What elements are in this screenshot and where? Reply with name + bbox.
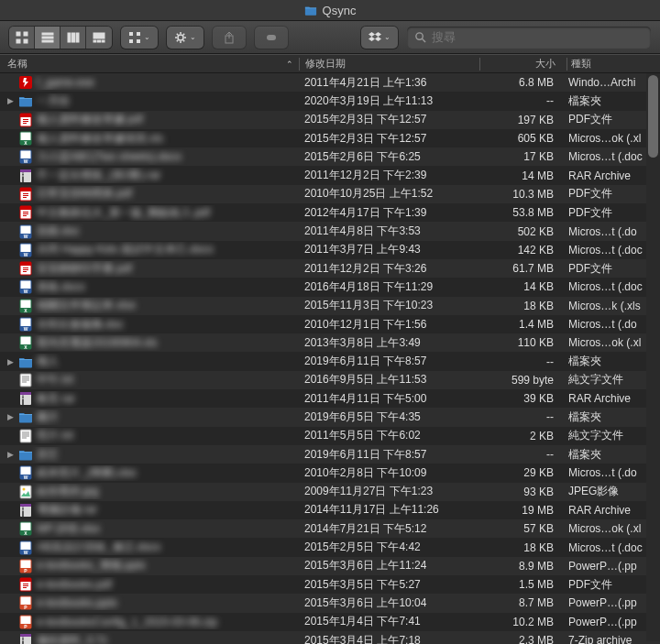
file-size: 110 KB	[478, 336, 565, 349]
table-row[interactable]: 照片.txt2011年5月5日 下午6:022 KB純文字文件	[0, 427, 660, 445]
folder-icon	[18, 93, 33, 108]
table-row[interactable]: ▶圖片2019年6月5日 下午4:35--檔案夾	[0, 408, 660, 426]
disclosure-triangle[interactable]: ▶	[6, 450, 15, 459]
file-date: 2015年2月6日 下午6:25	[299, 149, 478, 165]
scroll-thumb[interactable]	[648, 75, 658, 158]
folder-icon	[18, 447, 33, 462]
table-row[interactable]: 個人資料修改單據填寫.xls2015年2月3日 下午12:57605 KBMic…	[0, 129, 660, 147]
action-button[interactable]: ⌄	[167, 27, 204, 49]
sort-ascending-icon: ⌃	[286, 60, 293, 69]
table-row[interactable]: 教育.rar2011年4月11日 下午5:0039 KBRAR Archive	[0, 389, 660, 408]
column-header-kind[interactable]: 種類	[567, 57, 660, 71]
file-date: 2011年4月8日 下午3:53	[299, 224, 478, 239]
folder-icon	[304, 4, 317, 16]
svg-rect-38	[129, 32, 133, 36]
disclosure-triangle[interactable]: ▶	[6, 96, 15, 105]
file-size: 57 KB	[478, 522, 565, 535]
svg-rect-31	[68, 33, 71, 42]
file-size: 605 KB	[478, 132, 565, 145]
file-name: 一月份	[37, 93, 70, 109]
chevron-down-icon: ⌄	[384, 33, 390, 41]
doc-icon	[18, 149, 33, 164]
disclosure-triangle[interactable]: ▶	[6, 357, 15, 366]
file-date: 2020年3月19日 上午11:13	[299, 93, 478, 109]
file-name: MP 詳情.xlsx	[37, 521, 100, 537]
file-date: 2014年7月21日 下午5:12	[299, 521, 478, 537]
table-row[interactable]: e-textbooksConfig_1_2015-03-06.zip2015年1…	[0, 613, 660, 631]
table-row[interactable]: e-textbooks_簡報.pptx2015年3月6日 上午11:248.9 …	[0, 557, 660, 575]
arrange-button[interactable]: ⌄	[121, 27, 158, 49]
table-row[interactable]: ▶一月份2020年3月19日 上午11:13--檔案夾	[0, 92, 660, 110]
column-header-name[interactable]: 名稱 ⌃	[0, 57, 299, 71]
table-row[interactable]: 不一定在裡面_(第2冊).rar2011年12月2日 下午2:3914 MBRA…	[0, 166, 660, 184]
table-row[interactable]: 力小盃ABC(Two sheets).docx2015年2月6日 下午6:251…	[0, 147, 660, 166]
rar-icon	[18, 169, 33, 183]
file-name: e-textbooksConfig_1_2015-03-06.zip	[37, 616, 217, 628]
table-row[interactable]: MP 詳情.xlsx2014年7月21日 下午5:1257 KBMicros…o…	[0, 519, 660, 538]
disclosure-triangle[interactable]: ▶	[6, 412, 15, 421]
svg-line-46	[422, 38, 425, 42]
table-row[interactable]: 室內充電器20190904.xls2013年3月8日 上午3:49110 KBM…	[0, 333, 660, 352]
file-size: 6.8 MB	[478, 76, 565, 89]
file-size: 17 KB	[478, 150, 565, 163]
file-date: 2011年4月21日 上午1:36	[299, 75, 478, 91]
icon-view-button[interactable]	[9, 27, 35, 49]
svg-rect-44	[267, 35, 276, 40]
svg-rect-27	[24, 39, 28, 43]
table-row[interactable]: 目錄.doc2011年4月8日 下午3:53502 KBMicros…t (.d…	[0, 222, 660, 240]
svg-rect-36	[98, 40, 101, 42]
table-row[interactable]: 中午.txt2016年9月5日 上午11:53599 byte純文字文件	[0, 371, 660, 389]
table-row[interactable]: 給你看的.jpg2009年11月27日 下午1:2393 KBJPEG影像	[0, 483, 660, 501]
chevron-down-icon: ⌄	[144, 33, 150, 41]
file-name: 安安靜靜印手冊.pdf	[37, 261, 132, 277]
file-name: 個人資料修改單據.pdf	[37, 112, 143, 127]
table-row[interactable]: ▶個人2019年6月11日 下午8:57--檔案夾	[0, 352, 660, 370]
dropbox-button[interactable]: ⌄	[361, 27, 398, 49]
table-row[interactable]: AB及設計回收_修正.docx2015年2月5日 下午4:4218 KBMicr…	[0, 538, 660, 556]
file-size: 61.7 MB	[478, 262, 565, 275]
search-input[interactable]	[432, 30, 644, 44]
table-row[interactable]: 表格.docx2016年4月18日 下午11:2914 KBMicros…t (…	[0, 278, 660, 296]
scrollbar[interactable]	[646, 73, 660, 641]
file-size: 1.4 MB	[478, 318, 565, 331]
file-size: 18 KB	[478, 541, 565, 554]
file-name: 不一定在裡面_(第2冊).rar	[37, 168, 160, 183]
search-field[interactable]	[407, 27, 651, 49]
column-view-button[interactable]	[60, 27, 86, 49]
file-size: 19 MB	[478, 504, 565, 517]
list-view-button[interactable]	[35, 27, 60, 49]
file-date: 2015年1月4日 下午7:41	[299, 614, 478, 629]
table-row[interactable]: f_game.exe2011年4月21日 上午1:366.8 MBWindo…A…	[0, 73, 660, 92]
doc-icon	[18, 224, 33, 239]
svg-rect-24	[16, 32, 20, 36]
table-row[interactable]: 電腦設備.rar2014年11月17日 上午11:2619 MBRAR Arch…	[0, 501, 660, 519]
file-name: 備份資料_0.7z	[37, 633, 107, 644]
file-date: 2015年3月4日 上午7:18	[299, 633, 478, 644]
table-row[interactable]: 日常安排時間表.pdf2010年10月25日 上午1:5210.3 MBPDF文…	[0, 185, 660, 203]
table-row[interactable]: 紙本照片_(簡要).doc2010年2月8日 下午10:0929 KBMicro…	[0, 464, 660, 482]
file-name: 中文教師北大_第一版_難點收入.pdf	[37, 205, 210, 221]
table-row[interactable]: e-textbooks.pptx2015年3月6日 上午10:048.7 MBP…	[0, 594, 660, 612]
toolbar: ⌄ ⌄ ⌄	[0, 21, 660, 54]
file-date: 2013年3月8日 上午3:49	[299, 335, 478, 351]
table-row[interactable]: 備份資料_0.7z2015年3月4日 上午7:182.3 MB7-Zip arc…	[0, 631, 660, 644]
file-date: 2015年11月3日 下午10:23	[299, 298, 478, 313]
column-header-date[interactable]: 修改日期	[300, 57, 479, 71]
file-list[interactable]: f_game.exe2011年4月21日 上午1:366.8 MBWindo…A…	[0, 73, 660, 644]
gallery-view-button[interactable]	[86, 27, 112, 49]
tags-button[interactable]	[255, 27, 288, 49]
table-row[interactable]: 共同 Happy Kids 面試中文本己.docx2011年3月7日 上午9:4…	[0, 241, 660, 259]
table-row[interactable]: 相關文件筆記本.xlsx2015年11月3日 下午10:2318 KBMicro…	[0, 297, 660, 315]
table-row[interactable]: ▶其它2019年6月11日 下午8:57--檔案夾	[0, 445, 660, 464]
table-row[interactable]: 中文教師北大_第一版_難點收入.pdf2012年4月17日 下午1:3953.8…	[0, 203, 660, 222]
file-date: 2015年2月3日 下午12:57	[299, 112, 478, 127]
folder-icon	[18, 355, 33, 369]
table-row[interactable]: e-textbooks.pdf2015年3月5日 下午5:271.5 MBPDF…	[0, 575, 660, 594]
file-size: --	[478, 94, 565, 107]
column-header-size[interactable]: 大小	[480, 57, 566, 71]
share-button[interactable]	[213, 27, 246, 49]
table-row[interactable]: 安安靜靜印手冊.pdf2011年12月2日 下午3:2661.7 MBPDF文件	[0, 259, 660, 278]
table-row[interactable]: 個人資料修改單據.pdf2015年2月3日 下午12:57197 KBPDF文件	[0, 111, 660, 129]
table-row[interactable]: 全民社會服務.doc2010年12月1日 下午1:561.4 MBMicros……	[0, 315, 660, 333]
svg-rect-33	[76, 33, 79, 42]
